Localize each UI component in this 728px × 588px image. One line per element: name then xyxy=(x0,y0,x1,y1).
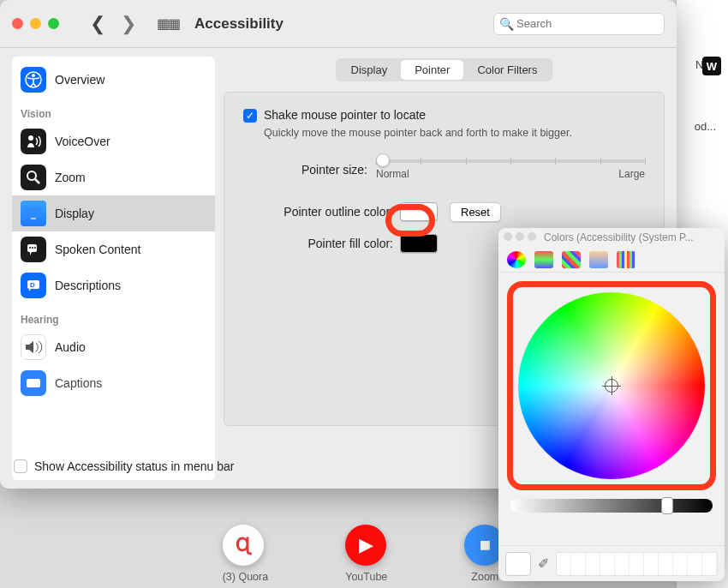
color-wheel[interactable] xyxy=(518,292,705,479)
reset-button[interactable]: Reset xyxy=(450,202,501,222)
tab-pointer[interactable]: Pointer xyxy=(401,60,463,80)
fill-color-label: Pointer fill color: xyxy=(243,237,393,250)
display-icon xyxy=(21,201,46,226)
tab-display[interactable]: Display xyxy=(337,60,402,80)
sidebar-item-label: Overview xyxy=(55,73,104,87)
sidebar-item-label: Descriptions xyxy=(55,279,121,292)
slider-max-label: Large xyxy=(618,168,645,180)
voiceover-icon xyxy=(21,129,46,154)
colors-window: Colors (Accessibility (System P... ✐ xyxy=(498,228,725,581)
shake-description: Quickly move the mouse pointer back and … xyxy=(264,126,572,141)
sidebar-item-voiceover[interactable]: VoiceOver xyxy=(12,123,215,159)
svg-rect-14 xyxy=(27,379,40,387)
svg-marker-13 xyxy=(26,341,33,353)
svg-point-2 xyxy=(28,135,33,141)
colors-window-title: Colors (Accessibility (System P... xyxy=(544,231,694,243)
svg-point-3 xyxy=(27,171,36,180)
brightness-slider[interactable] xyxy=(510,499,713,513)
svg-point-8 xyxy=(29,247,31,249)
shake-label: Shake mouse pointer to locate xyxy=(264,108,426,122)
color-wheel-cursor[interactable] xyxy=(605,379,618,393)
annotation-highlight-wheel xyxy=(507,281,716,490)
sidebar-item-label: VoiceOver xyxy=(55,135,110,148)
sidebar: Overview Vision VoiceOver Zoom Display xyxy=(12,57,215,480)
maximize-icon[interactable] xyxy=(528,232,536,241)
slider-min-label: Normal xyxy=(376,168,409,180)
bg-badge-w: W xyxy=(702,57,721,75)
outline-color-label: Pointer outline color: xyxy=(243,205,393,219)
forward-button[interactable]: ❯ xyxy=(116,13,141,35)
sidebar-item-label: Captions xyxy=(55,376,102,390)
svg-point-9 xyxy=(32,247,33,249)
sidebar-section-hearing: Hearing xyxy=(12,303,215,329)
sidebar-item-overview[interactable]: Overview xyxy=(12,62,215,98)
sidebar-section-vision: Vision xyxy=(12,98,215,123)
maximize-icon[interactable] xyxy=(48,18,59,29)
minimize-icon[interactable] xyxy=(516,232,524,241)
shake-checkbox[interactable]: ✓ xyxy=(243,109,257,123)
svg-text:D: D xyxy=(30,281,35,289)
spoken-content-icon xyxy=(21,237,46,262)
colors-titlebar[interactable]: Colors (Accessibility (System P... xyxy=(498,228,725,247)
search-input[interactable] xyxy=(493,13,665,35)
sidebar-item-label: Zoom xyxy=(55,171,86,184)
swatch-favorites-grid[interactable] xyxy=(556,552,718,576)
titlebar: ❮ ❯ ▦▦ Accessibility 🔍 xyxy=(0,0,677,48)
status-label: Show Accessibility status in menu bar xyxy=(34,459,234,473)
sidebar-item-audio[interactable]: Audio xyxy=(12,329,215,365)
back-button[interactable]: ❮ xyxy=(85,13,110,35)
status-checkbox[interactable] xyxy=(14,459,27,473)
sidebar-item-captions[interactable]: Captions xyxy=(12,365,215,401)
outline-color-well[interactable] xyxy=(400,202,438,221)
sidebar-item-descriptions[interactable]: D Descriptions xyxy=(12,267,215,303)
audio-icon xyxy=(21,334,46,360)
svg-point-10 xyxy=(34,247,36,249)
sidebar-item-label: Audio xyxy=(55,340,86,354)
svg-line-4 xyxy=(35,179,39,183)
svg-rect-5 xyxy=(25,207,42,218)
search-icon: 🔍 xyxy=(499,17,514,31)
sidebar-item-zoom[interactable]: Zoom xyxy=(12,159,215,195)
brightness-knob[interactable] xyxy=(661,497,673,514)
sidebar-item-display[interactable]: Display xyxy=(12,195,215,231)
sidebar-item-spoken-content[interactable]: Spoken Content xyxy=(12,231,215,267)
captions-icon xyxy=(21,370,46,396)
slider-thumb[interactable] xyxy=(376,153,390,167)
pointer-size-label: Pointer size: xyxy=(243,163,367,177)
sidebar-item-label: Spoken Content xyxy=(55,243,140,256)
close-icon[interactable] xyxy=(12,18,23,29)
current-color-swatch[interactable] xyxy=(505,552,531,576)
svg-point-1 xyxy=(32,74,35,77)
window-title: Accessibility xyxy=(194,15,283,33)
dock-app-youtube: ▶ xyxy=(345,525,386,566)
tab-sliders[interactable] xyxy=(534,251,553,268)
svg-rect-6 xyxy=(31,218,36,219)
all-prefs-grid-icon[interactable]: ▦▦ xyxy=(157,15,179,32)
tab-palettes[interactable] xyxy=(562,251,581,268)
tab-color-filters[interactable]: Color Filters xyxy=(463,60,551,80)
status-bar-checkbox-row[interactable]: Show Accessibility status in menu bar xyxy=(14,459,234,473)
dock-app-quora: Ɋ xyxy=(223,525,264,566)
sidebar-item-label: Display xyxy=(55,207,94,220)
bg-snippet: od... xyxy=(695,120,716,133)
pointer-size-slider[interactable] xyxy=(376,159,645,163)
tab-color-wheel[interactable] xyxy=(507,251,526,268)
colors-footer: ✐ xyxy=(498,545,725,581)
tab-pencils[interactable] xyxy=(617,251,636,268)
eyedropper-icon[interactable]: ✐ xyxy=(538,555,549,572)
traffic-lights[interactable] xyxy=(12,18,59,29)
fill-color-well[interactable] xyxy=(400,234,438,253)
accessibility-icon xyxy=(21,67,46,93)
minimize-icon[interactable] xyxy=(30,18,41,29)
descriptions-icon: D xyxy=(21,273,46,298)
nav-arrows: ❮ ❯ xyxy=(85,13,141,35)
zoom-icon xyxy=(21,165,46,190)
tab-image[interactable] xyxy=(589,251,608,268)
close-icon[interactable] xyxy=(504,232,512,241)
color-picker-tabs xyxy=(498,247,725,273)
segmented-control: Display Pointer Color Filters xyxy=(224,58,665,81)
